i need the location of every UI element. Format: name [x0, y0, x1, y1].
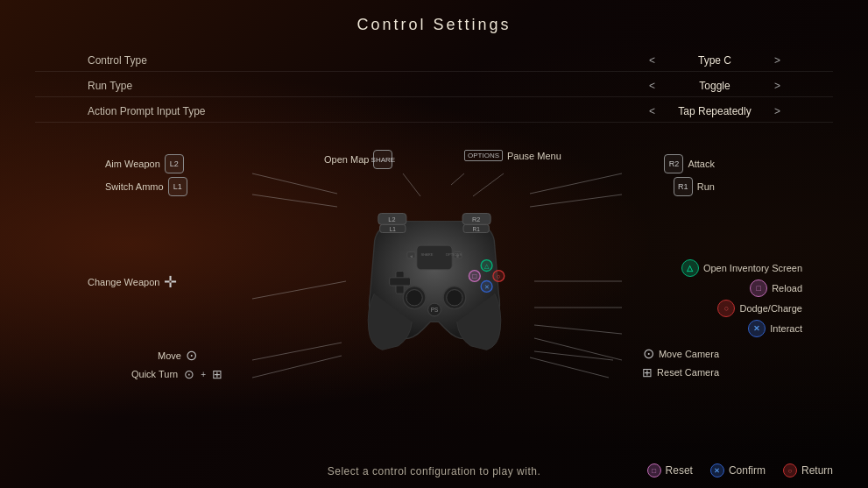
svg-text:R2: R2 [471, 216, 479, 223]
dpad-icon: ✛ [164, 272, 177, 292]
reset-camera-label: ⊞ Reset Camera [642, 365, 719, 379]
svg-line-3 [252, 343, 342, 360]
action-buttons: □ Reset ✕ Confirm ○ Return [647, 463, 833, 477]
control-type-value-group[interactable]: < Type C > [649, 54, 780, 67]
svg-line-9 [530, 194, 622, 207]
svg-point-34 [406, 290, 421, 306]
aim-weapon-label: Aim Weapon L2 [105, 154, 184, 173]
setting-row-run-type: Run Type < Toggle > [35, 75, 833, 97]
square-btn: □ [750, 279, 767, 297]
l2-icon: L2 [165, 154, 184, 173]
attack-label: R2 Attack [664, 154, 715, 173]
svg-line-6 [451, 173, 464, 185]
svg-rect-32 [389, 278, 410, 286]
setting-row-action-prompt: Action Prompt Input Type < Tap Repeatedl… [35, 101, 833, 123]
action-prompt-left-chevron[interactable]: < [649, 105, 655, 117]
run-type-right-chevron[interactable]: > [774, 80, 780, 92]
dodge-charge-label: ○ Dodge/Charge [717, 300, 802, 317]
svg-line-8 [530, 173, 622, 194]
svg-line-15 [530, 357, 609, 378]
control-type-left-chevron[interactable]: < [649, 54, 655, 67]
action-prompt-value: Tap Repeatedly [662, 105, 767, 117]
quick-turn-label: Quick Turn ⊙ + ⊞ [131, 367, 224, 381]
cross-btn: ✕ [748, 320, 766, 337]
confirm-icon: ✕ [710, 463, 724, 477]
switch-ammo-label: Switch Ammo L1 [105, 177, 187, 196]
options-icon: OPTIONS [464, 150, 503, 161]
open-map-label: Open Map SHARE [324, 150, 392, 169]
svg-text:L2: L2 [388, 216, 395, 223]
svg-text:SHARE: SHARE [420, 252, 433, 257]
svg-line-1 [252, 194, 337, 207]
run-type-label: Run Type [88, 80, 280, 92]
confirm-button[interactable]: ✕ Confirm [710, 463, 766, 477]
svg-text:□: □ [472, 272, 476, 280]
run-type-left-chevron[interactable]: < [649, 80, 655, 92]
svg-line-2 [252, 281, 346, 299]
svg-text:⊲: ⊲ [409, 255, 412, 258]
r1-icon: R1 [674, 177, 693, 196]
action-prompt-value-group[interactable]: < Tap Repeatedly > [649, 105, 780, 117]
svg-line-14 [534, 351, 613, 360]
r2-icon: R2 [664, 154, 683, 173]
settings-section: Control Type < Type C > Run Type < Toggl… [35, 50, 833, 123]
pause-menu-label: OPTIONS Pause Menu [464, 150, 561, 161]
svg-point-36 [446, 290, 462, 306]
svg-text:✕: ✕ [483, 283, 489, 291]
svg-line-0 [252, 173, 337, 194]
svg-text:OPTIONS: OPTIONS [445, 252, 462, 257]
controller-area: L2 R2 L1 R1 ⊲ ≡ PS [35, 137, 833, 417]
run-type-value: Toggle [662, 80, 767, 92]
svg-line-13 [534, 338, 622, 360]
move-label: Move ⊙ [158, 347, 197, 364]
main-content: Control Settings Control Type < Type C >… [0, 0, 868, 488]
page-title: Control Settings [35, 16, 833, 34]
hint-text: Select a control configuration to play w… [328, 465, 540, 477]
controller-image: L2 R2 L1 R1 ⊲ ≡ PS [338, 189, 531, 364]
triangle-btn: △ [681, 259, 699, 277]
open-inventory-label: △ Open Inventory Screen [681, 259, 802, 277]
control-type-right-chevron[interactable]: > [774, 54, 780, 67]
action-prompt-right-chevron[interactable]: > [774, 105, 780, 117]
reset-icon: □ [647, 463, 661, 477]
setting-row-control-type: Control Type < Type C > [35, 50, 833, 72]
circle-btn: ○ [717, 300, 735, 317]
control-type-label: Control Type [88, 54, 280, 67]
return-icon: ○ [783, 463, 797, 477]
action-prompt-label: Action Prompt Input Type [88, 105, 280, 117]
svg-line-4 [252, 356, 342, 378]
change-weapon-label: Change Weapon ✛ [88, 272, 177, 292]
svg-line-12 [534, 325, 622, 334]
move-camera-label: ⊙ Move Camera [643, 345, 719, 362]
svg-text:L1: L1 [389, 226, 396, 232]
svg-text:○: ○ [497, 272, 500, 280]
share-icon: SHARE [373, 150, 392, 169]
control-type-value: Type C [662, 54, 767, 67]
bottom-bar: Select a control configuration to play w… [0, 465, 868, 477]
reset-button[interactable]: □ Reset [647, 463, 693, 477]
l1-icon-switch: L1 [168, 177, 187, 196]
run-type-value-group[interactable]: < Toggle > [649, 80, 780, 92]
interact-label: ✕ Interact [748, 320, 802, 337]
return-button[interactable]: ○ Return [783, 463, 833, 477]
svg-rect-24 [416, 245, 451, 270]
svg-text:R1: R1 [472, 226, 480, 232]
svg-text:PS: PS [430, 307, 438, 313]
reload-label: □ Reload [750, 279, 802, 297]
run-label: R1 Run [674, 177, 715, 196]
